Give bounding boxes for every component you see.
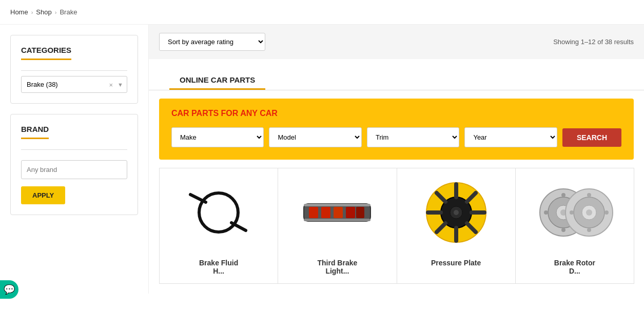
brand-input[interactable] <box>21 160 127 179</box>
banner-title-static: CAR PARTS <box>171 109 221 118</box>
product-img-2 <box>286 177 388 248</box>
svg-point-0 <box>199 193 238 232</box>
svg-rect-6 <box>334 207 343 218</box>
category-select-wrapper[interactable]: Brake (38) × ▼ <box>21 76 127 93</box>
product-img-4 <box>524 177 626 248</box>
product-card-2[interactable]: Third BrakeLight... <box>278 168 397 284</box>
svg-rect-8 <box>356 207 364 218</box>
product-img-3 <box>405 177 507 248</box>
categories-section: CATEGORIES Brake (38) × ▼ <box>10 35 138 104</box>
product-card-4[interactable]: Brake RotorD... <box>515 168 634 284</box>
breadcrumb-shop[interactable]: Shop <box>36 8 51 16</box>
category-clear-icon[interactable]: × <box>109 81 113 88</box>
svg-point-29 <box>544 210 548 215</box>
make-select[interactable]: Make <box>171 127 264 147</box>
trim-select[interactable]: Trim <box>367 127 459 147</box>
product-card-1[interactable]: Brake FluidH... <box>159 168 278 284</box>
product-card-3[interactable]: Pressure Plate <box>397 168 516 284</box>
brand-title: BRAND <box>21 125 49 139</box>
breadcrumb-home[interactable]: Home <box>10 8 28 16</box>
svg-rect-4 <box>309 207 318 218</box>
svg-point-37 <box>570 210 574 215</box>
sort-bar: Sort by average rating Sort by popularit… <box>149 25 644 59</box>
product-title-1: Brake FluidH... <box>199 259 238 275</box>
product-img-1 <box>168 177 269 248</box>
breadcrumb-sep-2: › <box>55 9 57 15</box>
product-title-4: Brake RotorD... <box>554 259 595 275</box>
breadcrumb: Home › Shop › Brake <box>0 0 644 25</box>
breadcrumb-sep-1: › <box>31 9 33 15</box>
main-content: Sort by average rating Sort by popularit… <box>149 25 644 294</box>
svg-point-14 <box>454 210 459 215</box>
car-search-row: Make Model Trim Year SEARCH <box>171 127 621 147</box>
sort-select[interactable]: Sort by average rating Sort by popularit… <box>159 33 265 51</box>
model-select[interactable]: Model <box>269 127 361 147</box>
main-layout: CATEGORIES Brake (38) × ▼ BRAND APPLY So… <box>0 25 644 294</box>
svg-point-28 <box>561 228 565 232</box>
breadcrumb-current: Brake <box>60 8 77 16</box>
car-parts-banner: CAR PARTS FOR ANY CAR Make Model Trim Ye… <box>159 99 634 160</box>
products-grid: Brake FluidH... <box>149 168 644 283</box>
svg-point-34 <box>586 209 592 216</box>
product-title-3: Pressure Plate <box>431 259 481 267</box>
results-count: Showing 1–12 of 38 results <box>553 38 634 46</box>
svg-point-36 <box>587 228 591 232</box>
svg-rect-7 <box>346 207 355 218</box>
svg-rect-10 <box>304 219 370 221</box>
search-button[interactable]: SEARCH <box>562 128 621 147</box>
chat-icon: 💬 <box>4 284 15 294</box>
svg-point-38 <box>604 210 609 215</box>
svg-point-35 <box>587 193 591 197</box>
product-title-2: Third BrakeLight... <box>317 259 357 275</box>
svg-rect-9 <box>304 204 370 206</box>
apply-button[interactable]: APPLY <box>21 186 65 204</box>
banner-title-colored: FOR ANY CAR <box>221 109 278 118</box>
section-heading: ONLINE CAR PARTS <box>169 67 265 90</box>
sidebar: CATEGORIES Brake (38) × ▼ BRAND APPLY <box>0 25 149 294</box>
banner-title: CAR PARTS FOR ANY CAR <box>171 109 621 118</box>
brand-section: BRAND APPLY <box>10 114 138 215</box>
svg-rect-5 <box>321 207 330 218</box>
categories-title: CATEGORIES <box>21 46 71 60</box>
svg-point-27 <box>561 193 565 197</box>
year-select[interactable]: Year <box>464 127 557 147</box>
